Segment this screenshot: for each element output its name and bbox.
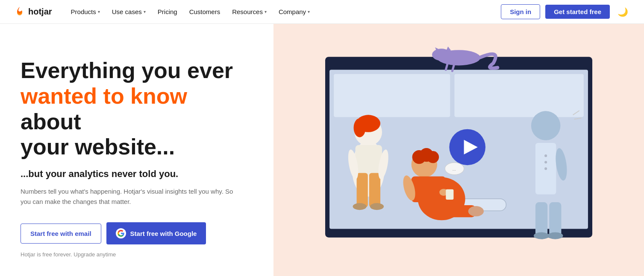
hero-description: Numbers tell you what's happening. Hotja… [21, 186, 234, 207]
person3-shoe-right [547, 232, 563, 239]
nav-products-label: Products [71, 8, 96, 15]
person1-pants-left [357, 173, 368, 207]
person3-leg-right [549, 202, 561, 237]
nav-use-cases-chevron: ▾ [144, 9, 146, 14]
nav-pricing[interactable]: Pricing [153, 5, 182, 19]
person1-hair-left [354, 118, 366, 137]
hero-cta-buttons: Start free with email Start free with Go… [21, 222, 253, 244]
person3-leg-left [535, 202, 547, 237]
nav-pricing-label: Pricing [158, 8, 177, 15]
dark-mode-toggle[interactable]: 🌙 [615, 4, 630, 20]
hero-title: Everything you ever wanted to know about… [21, 58, 253, 160]
person3-head [531, 111, 561, 140]
person1-pants-right [369, 173, 380, 207]
logo[interactable]: hotjar [14, 6, 52, 18]
speech-dots: ... [452, 167, 456, 171]
screen-panel-right [454, 74, 583, 117]
person3-button3 [544, 167, 547, 170]
nav-company-label: Company [279, 8, 306, 15]
person2-foot [468, 206, 484, 216]
hero-note: Hotjar is free forever. Upgrade anytime [21, 251, 253, 258]
screen-panel-left [334, 74, 450, 117]
nav-links: Products ▾ Use cases ▾ Pricing Customers… [66, 5, 501, 19]
start-email-button[interactable]: Start free with email [21, 224, 101, 244]
nav-products[interactable]: Products ▾ [66, 5, 105, 19]
person2-hair3 [427, 151, 439, 163]
nav-resources-label: Resources [232, 8, 263, 15]
hero-illustration-svg: ... [273, 24, 644, 276]
get-started-button[interactable]: Get started free [545, 5, 610, 19]
navbar: hotjar Products ▾ Use cases ▾ Pricing Cu… [0, 0, 644, 24]
logo-text: hotjar [28, 7, 52, 17]
start-google-label: Start free with Google [130, 230, 197, 237]
nav-company-chevron: ▾ [308, 9, 310, 14]
nav-products-chevron: ▾ [98, 9, 100, 14]
hero-illustration: ... [273, 24, 644, 276]
nav-resources-chevron: ▾ [265, 9, 267, 14]
hero-title-about: about [21, 109, 81, 134]
person1-shirt [356, 145, 382, 175]
moon-icon: 🌙 [618, 7, 628, 17]
google-icon-wrapper [116, 228, 126, 238]
nav-actions: Sign in Get started free 🌙 [501, 4, 630, 20]
person1-shoe-right [370, 203, 384, 210]
hero-title-highlight: wanted to know [21, 84, 187, 108]
logo-icon [14, 6, 26, 18]
hero-title-line3: your website... [21, 134, 175, 159]
signin-button[interactable]: Sign in [501, 4, 540, 19]
nav-company[interactable]: Company ▾ [273, 5, 315, 19]
nav-use-cases-label: Use cases [112, 8, 142, 15]
person3-shoe-left [534, 232, 549, 239]
hero-subtitle: ...but your analytics never told you. [21, 169, 253, 180]
nav-resources[interactable]: Resources ▾ [227, 5, 272, 19]
hero-title-line1: Everything you ever [21, 58, 233, 83]
nav-use-cases[interactable]: Use cases ▾ [107, 5, 151, 19]
nav-customers-label: Customers [189, 8, 221, 15]
nav-customers[interactable]: Customers [184, 5, 226, 19]
person3-button1 [544, 154, 547, 157]
person2-shirt [412, 177, 446, 202]
start-google-button[interactable]: Start free with Google [106, 222, 206, 244]
person1-shoe-left [353, 203, 366, 210]
cup [446, 189, 453, 200]
google-icon [118, 230, 124, 237]
hero-content: Everything you ever wanted to know about… [0, 24, 273, 276]
person3-button2 [544, 161, 547, 163]
hero-section: Everything you ever wanted to know about… [0, 24, 644, 276]
